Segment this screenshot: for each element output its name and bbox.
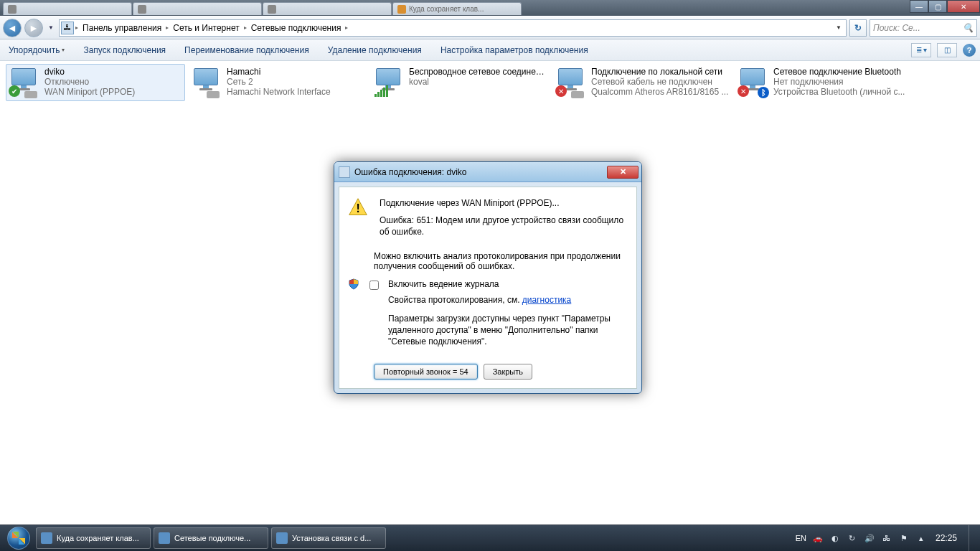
connection-device: Qualcomm Atheros AR8161/8165 ... [591,87,729,97]
connection-item-bluetooth[interactable]: ✕ ᛒ Сетевое подключение Bluetooth Нет по… [735,64,914,101]
chevron-down-icon: ▾ [62,47,65,53]
taskbar-app[interactable]: Куда сохраняет клав... [36,527,151,549]
tray-icon[interactable]: ◐ [829,532,841,544]
window-controls: — ▢ ✕ [910,0,980,13]
language-indicator[interactable]: EN [796,534,806,542]
dialog-info-line: Можно включить анализ протоколирования п… [374,251,628,271]
volume-icon[interactable]: 🔊 [864,532,875,544]
chevron-down-icon: ▾ [923,46,927,54]
connection-name: Hamachi [227,67,364,77]
browser-tab[interactable] [133,2,262,15]
preview-pane-button[interactable]: ◫ [937,43,957,57]
search-placeholder: Поиск: Се... [873,23,920,33]
network-folder-icon: 🖧 [61,22,74,34]
favicon-icon [397,5,406,14]
breadcrumb-control-panel[interactable]: Панель управления [80,22,164,34]
dialog-titlebar[interactable]: Ошибка подключения: dviko ✕ [334,162,641,182]
connection-name: Подключение по локальной сети [591,67,729,77]
start-button[interactable] [4,526,33,550]
connection-icon: ✔ [9,67,40,98]
browser-tab[interactable] [263,2,392,15]
explorer-toolbar: Упорядочить▾ Запуск подключения Переимен… [0,39,980,61]
search-input[interactable]: Поиск: Се... 🔍 [870,19,977,37]
close-button[interactable]: ✕ [947,0,980,13]
connection-icon: ✕ ᛒ [738,67,769,98]
taskbar-clock[interactable]: 22:25 [933,533,960,543]
app-icon [276,532,288,544]
signal-icon [374,85,388,97]
connection-icon [373,67,405,98]
breadcrumb-network-connections[interactable]: Сетевые подключения [248,22,344,34]
taskbar-app[interactable]: Сетевые подключе... [154,527,268,549]
log-properties-text: Свойства протоколирования, см. [388,295,522,305]
connection-name: Беспроводное сетевое соединение [409,67,547,77]
dialog-title: Ошибка подключения: dviko [354,167,467,177]
breadcrumb-separator-icon: ▸ [244,24,247,31]
dialog-error-line: Ошибка: 651: Модем или другое устройство… [380,215,628,237]
connection-settings-button[interactable]: Настройка параметров подключения [436,42,593,58]
address-dropdown[interactable]: ▼ [833,24,844,31]
tray-icon[interactable]: 🚗 [812,532,824,544]
bluetooth-icon: ᛒ [758,87,769,98]
help-button[interactable]: ? [963,44,976,57]
browser-tab-strip: Куда сохраняет клав... — ▢ ✕ [0,0,980,16]
dialog-message-line: Подключение через WAN Miniport (PPPOE)..… [380,197,628,209]
breadcrumb-separator-icon: ▸ [166,24,169,31]
back-button[interactable]: ◄ [3,19,22,37]
connection-icon [191,67,222,98]
connection-icon: ✕ [555,67,587,98]
shield-icon [348,278,359,290]
connection-status: Сетевой кабель не подключен [591,77,729,87]
dialog-close-button[interactable]: ✕ [607,166,639,179]
system-tray: EN 🚗 ◐ ↻ 🔊 🖧 ⚑ ▴ 22:25 [796,525,976,552]
dialog-params-text: Параметры загрузки доступны через пункт … [388,313,628,348]
tray-overflow-icon[interactable]: ▴ [915,532,927,544]
breadcrumb-network-internet[interactable]: Сеть и Интернет [170,22,242,34]
connection-name: dviko [44,67,182,77]
favicon-icon [138,5,146,14]
view-options-button[interactable]: ≣▾ [911,43,931,57]
breadcrumb-separator-icon: ▸ [75,24,78,31]
connection-device: Hamachi Network Interface [227,87,364,97]
connection-name: Сетевое подключение Bluetooth [773,67,911,77]
connection-device: Устройства Bluetooth (личной с... [773,87,911,97]
action-center-icon[interactable]: ⚑ [898,532,910,544]
maximize-button[interactable]: ▢ [928,0,947,13]
redial-button[interactable]: Повторный звонок = 54 [374,364,478,380]
address-bar[interactable]: 🖧 ▸ Панель управления ▸ Сеть и Интернет … [59,19,847,37]
tray-icon[interactable]: ↻ [847,532,858,544]
connection-item-dviko[interactable]: ✔ dviko Отключено WAN Miniport (PPPOE) [6,64,185,101]
nav-history-dropdown[interactable]: ▼ [46,21,56,35]
browser-tab[interactable]: Куда сохраняет клав... [392,2,522,15]
diagnostics-link[interactable]: диагностика [522,295,571,305]
forward-button[interactable]: ► [24,19,43,37]
browser-tab[interactable] [3,2,132,15]
connection-item-wireless[interactable]: Беспроводное сетевое соединение koval [370,64,550,101]
connection-item-hamachi[interactable]: Hamachi Сеть 2 Hamachi Network Interface [188,64,367,101]
organize-button[interactable]: Упорядочить▾ [4,42,69,58]
svg-text:!: ! [356,202,359,215]
windows-orb-icon [7,527,30,550]
connection-item-lan[interactable]: ✕ Подключение по локальной сети Сетевой … [552,64,732,101]
show-desktop-button[interactable] [969,525,976,552]
warning-icon: ! [348,197,368,217]
enable-logging-label: Включить ведение журнала [388,279,499,289]
close-dialog-button[interactable]: Закрыть [484,364,532,380]
refresh-button[interactable]: ↻ [849,19,867,37]
connection-device: WAN Miniport (PPPOE) [44,87,182,97]
rename-connection-button[interactable]: Переименование подключения [180,42,314,58]
delete-connection-button[interactable]: Удаление подключения [324,42,426,58]
network-icon [339,166,350,178]
enable-logging-checkbox[interactable] [369,281,379,290]
network-tray-icon[interactable]: 🖧 [881,532,892,544]
start-connection-button[interactable]: Запуск подключения [79,42,170,58]
search-icon: 🔍 [963,23,974,33]
favicon-icon [268,5,276,14]
explorer-navbar: ◄ ► ▼ 🖧 ▸ Панель управления ▸ Сеть и Инт… [0,16,980,39]
status-ok-icon: ✔ [9,85,20,97]
connection-status: Сеть 2 [227,77,364,87]
connection-device: koval [409,77,547,87]
app-icon [41,532,52,544]
taskbar-app[interactable]: Установка связи с d... [271,527,386,549]
minimize-button[interactable]: — [910,0,928,13]
